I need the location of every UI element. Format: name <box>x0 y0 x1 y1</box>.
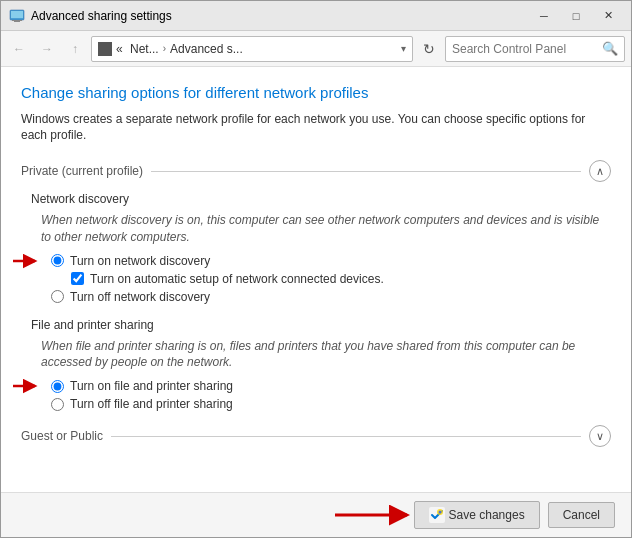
turn-on-discovery-radio[interactable] <box>51 254 64 267</box>
main-content: Change sharing options for different net… <box>1 67 631 492</box>
footer: Save changes Cancel <box>1 492 631 537</box>
network-discovery-desc: When network discovery is on, this compu… <box>41 212 611 246</box>
arrow-2-icon <box>13 377 41 395</box>
search-input[interactable] <box>452 42 602 56</box>
path-segment-1: « <box>116 42 126 56</box>
address-path[interactable]: « Net... › Advanced s... ▾ <box>91 36 413 62</box>
file-sharing-section: File and printer sharing When file and p… <box>21 318 611 412</box>
guest-section-line <box>111 436 581 437</box>
svg-rect-1 <box>11 11 23 18</box>
private-section-chevron[interactable]: ∧ <box>589 160 611 182</box>
window-title: Advanced sharing settings <box>31 9 529 23</box>
title-bar: Advanced sharing settings ─ □ ✕ <box>1 1 631 31</box>
window-controls: ─ □ ✕ <box>529 6 623 26</box>
path-advanced: Advanced s... <box>170 42 243 56</box>
turn-off-discovery-radio[interactable] <box>51 290 64 303</box>
turn-on-discovery-option[interactable]: Turn on network discovery <box>51 254 611 268</box>
refresh-button[interactable]: ↻ <box>417 37 441 61</box>
path-dropdown-icon[interactable]: ▾ <box>401 43 406 54</box>
auto-setup-checkbox[interactable] <box>71 272 84 285</box>
window-icon <box>9 8 25 24</box>
private-section-header: Private (current profile) ∧ <box>21 160 611 182</box>
address-bar: ← → ↑ « Net... › Advanced s... ▾ ↻ 🔍 <box>1 31 631 67</box>
save-label: Save changes <box>449 508 525 522</box>
path-arrow: › <box>163 43 166 54</box>
guest-section-header: Guest or Public ∨ <box>21 425 611 447</box>
private-section-line <box>151 171 581 172</box>
svg-point-9 <box>438 511 441 514</box>
path-icon <box>98 42 112 56</box>
turn-on-sharing-row: Turn on file and printer sharing <box>21 379 611 393</box>
network-discovery-title: Network discovery <box>31 192 611 206</box>
up-button[interactable]: ↑ <box>63 37 87 61</box>
turn-off-discovery-option[interactable]: Turn off network discovery <box>51 290 611 304</box>
turn-off-discovery-label: Turn off network discovery <box>70 290 210 304</box>
page-description: Windows creates a separate network profi… <box>21 111 611 145</box>
svg-rect-3 <box>14 21 20 22</box>
svg-rect-2 <box>12 20 22 21</box>
maximize-button[interactable]: □ <box>561 6 591 26</box>
window: Advanced sharing settings ─ □ ✕ ← → ↑ « … <box>0 0 632 538</box>
arrow-1-icon <box>13 252 41 270</box>
footer-arrow-icon <box>335 504 415 526</box>
turn-on-discovery-row: Turn on network discovery <box>21 254 611 268</box>
search-icon[interactable]: 🔍 <box>602 41 618 56</box>
turn-off-sharing-radio[interactable] <box>51 398 64 411</box>
guest-section-chevron[interactable]: ∨ <box>589 425 611 447</box>
save-icon <box>429 507 445 523</box>
save-button[interactable]: Save changes <box>414 501 540 529</box>
path-net: Net... <box>130 42 159 56</box>
forward-button[interactable]: → <box>35 37 59 61</box>
turn-on-discovery-label: Turn on network discovery <box>70 254 210 268</box>
turn-on-sharing-option[interactable]: Turn on file and printer sharing <box>51 379 611 393</box>
cancel-button[interactable]: Cancel <box>548 502 615 528</box>
auto-setup-option[interactable]: Turn on automatic setup of network conne… <box>71 272 611 286</box>
close-button[interactable]: ✕ <box>593 6 623 26</box>
turn-on-sharing-radio[interactable] <box>51 380 64 393</box>
turn-off-sharing-option[interactable]: Turn off file and printer sharing <box>51 397 611 411</box>
turn-off-sharing-label: Turn off file and printer sharing <box>70 397 233 411</box>
private-section-label: Private (current profile) <box>21 164 151 178</box>
search-box[interactable]: 🔍 <box>445 36 625 62</box>
auto-setup-label: Turn on automatic setup of network conne… <box>90 272 384 286</box>
guest-section-label: Guest or Public <box>21 429 111 443</box>
page-heading: Change sharing options for different net… <box>21 83 611 103</box>
file-sharing-title: File and printer sharing <box>31 318 611 332</box>
minimize-button[interactable]: ─ <box>529 6 559 26</box>
file-sharing-desc: When file and printer sharing is on, fil… <box>41 338 611 372</box>
back-button[interactable]: ← <box>7 37 31 61</box>
turn-on-sharing-label: Turn on file and printer sharing <box>70 379 233 393</box>
network-discovery-section: Network discovery When network discovery… <box>21 192 611 304</box>
footer-actions: Save changes Cancel <box>17 501 615 529</box>
